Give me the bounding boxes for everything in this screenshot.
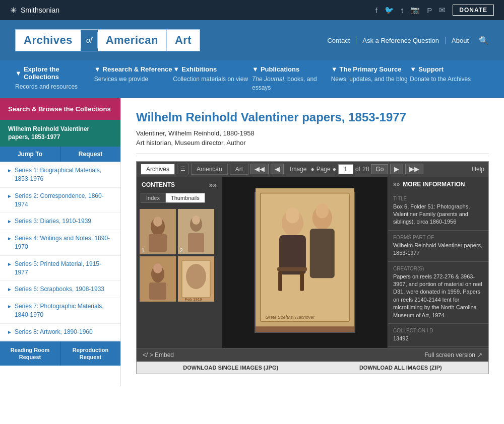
embed-button[interactable]: </ > Embed (143, 351, 174, 359)
thumb-num-2: 2 (180, 248, 183, 253)
nav-support[interactable]: ▼ Support Donate to the Archives (410, 65, 489, 98)
viewer-go-button[interactable]: Go (371, 164, 388, 174)
nav-explore-arrow: ▼ (15, 69, 22, 77)
viewer-page-total: 28 (362, 166, 369, 173)
series-item-7[interactable]: ► Series 7: Photographic Materials, 1840… (0, 298, 120, 324)
nav-primary-source[interactable]: ▼ The Primary Source News, updates, and … (331, 65, 410, 98)
thumbnail-4[interactable]: Feb 1919 (178, 256, 214, 302)
site-header: Archives of American Art Contact Ask a R… (0, 20, 504, 60)
request-button[interactable]: Request (60, 147, 120, 162)
viewer-page-label: Page (317, 166, 331, 173)
series-label-4: Series 4: Writings and Notes, 1890-1970 (15, 234, 113, 251)
series-item-3[interactable]: ► Series 3: Diaries, 1910-1939 (0, 213, 120, 230)
series-arrow-7: ► (7, 303, 12, 310)
viewer-page-dot: ● (310, 166, 314, 173)
main-container: Search & Browse the Collections Wilhelm … (0, 98, 504, 386)
viewer-tab-archives[interactable]: Archives (141, 164, 175, 175)
logo-american[interactable]: American (98, 30, 166, 51)
document-viewer: Archives ☰ American Art ◀◀ ◀ Image ● Pag… (136, 161, 489, 374)
instagram-icon[interactable]: 📷 (410, 6, 420, 15)
thumb-image-2 (178, 209, 214, 254)
series-item-1[interactable]: ► Series 1: Biographical Materials, 1853… (0, 162, 120, 188)
search-icon[interactable]: 🔍 (479, 36, 489, 45)
series-item-2[interactable]: ► Series 2: Correspondence, 1860-1974 (0, 188, 120, 214)
facebook-icon[interactable]: f (375, 6, 377, 15)
viewer-list-icon[interactable]: ☰ (177, 164, 189, 174)
viewer-tab-art[interactable]: Art (230, 164, 248, 175)
reproduction-request-button[interactable]: Reproduction Request (60, 341, 120, 366)
sidebar-bottom-actions: Reading Room Request Reproduction Reques… (0, 341, 120, 366)
thumbnail-1[interactable]: 1 (140, 209, 176, 254)
series-item-4[interactable]: ► Series 4: Writings and Notes, 1890-197… (0, 230, 120, 256)
nav-research-label[interactable]: ▼ Research & Reference (94, 65, 173, 73)
nav-explore-label[interactable]: ▼ Explore the Collections (15, 65, 94, 81)
series-label-8: Series 8: Artwork, 1890-1960 (15, 328, 93, 336)
series-arrow-3: ► (7, 218, 12, 225)
viewer-next-btn[interactable]: ▶ (390, 164, 403, 174)
twitter-icon[interactable]: 🐦 (385, 6, 394, 15)
nav-explore[interactable]: ▼ Explore the Collections Records and re… (15, 65, 94, 98)
nav-support-label[interactable]: ▼ Support (410, 65, 489, 73)
pinterest-icon[interactable]: P (427, 6, 432, 15)
thumbnail-grid: 1 2 (137, 206, 222, 305)
series-label-3: Series 3: Diaries, 1910-1939 (15, 217, 91, 226)
nav-exhibitions-label[interactable]: ▼ Exhibitions (173, 65, 252, 73)
email-icon[interactable]: ✉ (439, 6, 446, 15)
viewer-prev-btn[interactable]: ◀ (271, 164, 284, 174)
sidebar: Search & Browse the Collections Wilhelm … (0, 98, 121, 386)
thumbnail-3[interactable] (140, 256, 176, 302)
svg-point-2 (153, 217, 162, 227)
logo-archives[interactable]: Archives (16, 30, 81, 51)
viewer-page-input[interactable] (338, 164, 353, 174)
meta-role: Art historian, Museum director, Author (136, 139, 489, 147)
nav-publications[interactable]: ▼ Publications The Journal, books, and e… (252, 65, 331, 98)
download-single-link[interactable]: DOWNLOAD SINGLE IMAGES (JPG) (183, 365, 278, 371)
series-label-6: Series 6: Scrapbooks, 1908-1933 (15, 285, 104, 294)
thumb-image-3 (140, 256, 176, 302)
search-browse-button[interactable]: Search & Browse the Collections (0, 98, 120, 120)
contents-tab-thumbnails[interactable]: Thumbnails (165, 193, 205, 203)
contents-collapse-btn[interactable]: »» (209, 181, 217, 189)
nav-primary-arrow: ▼ (331, 65, 338, 73)
series-item-8[interactable]: ► Series 8: Artwork, 1890-1960 (0, 324, 120, 341)
star-icon: ✳ (10, 6, 17, 15)
nav-support-arrow: ▼ (410, 65, 416, 73)
series-arrow-1: ► (7, 167, 12, 174)
svg-point-19 (286, 207, 299, 223)
series-label-7: Series 7: Photographic Materials, 1840-1… (15, 302, 113, 319)
jump-to-button[interactable]: Jump To (0, 147, 60, 162)
contents-tab-index[interactable]: Index (141, 193, 165, 203)
thumb-image-1 (140, 209, 176, 254)
nav-research[interactable]: ▼ Research & Reference Services we provi… (94, 65, 173, 98)
tumblr-icon[interactable]: t (401, 6, 403, 15)
page-title: Wilhelm Reinhold Valentiner papers, 1853… (136, 110, 489, 124)
content-divider (136, 154, 489, 154)
info-expand-icon[interactable]: »» (393, 181, 400, 188)
ask-reference-link[interactable]: Ask a Reference Question (356, 37, 446, 44)
series-item-5[interactable]: ► Series 5: Printed Material, 1915-1977 (0, 256, 120, 281)
fullscreen-button[interactable]: Full screen version ↗ (424, 351, 482, 359)
viewer-tab-american[interactable]: American (191, 164, 228, 175)
about-link[interactable]: About (446, 37, 475, 44)
thumbnail-2[interactable]: 2 (178, 209, 214, 254)
logo-art[interactable]: Art (166, 30, 200, 51)
sidebar-actions: Jump To Request (0, 147, 120, 162)
viewer-contents-panel: CONTENTS »» Index Thumbnails (137, 177, 222, 348)
viewer-help-link[interactable]: Help (472, 166, 484, 173)
nav-primary-label[interactable]: ▼ The Primary Source (331, 65, 410, 73)
svg-text:Feb 1919: Feb 1919 (185, 297, 202, 302)
site-logo[interactable]: Archives of American Art (15, 29, 200, 51)
nav-primary-sub: News, updates, and the blog (331, 75, 410, 84)
svg-text:Grete Soehns, Hannover: Grete Soehns, Hannover (266, 315, 316, 320)
series-item-6[interactable]: ► Series 6: Scrapbooks, 1908-1933 (0, 281, 120, 298)
viewer-first-btn[interactable]: ◀◀ (250, 164, 269, 174)
nav-publications-label[interactable]: ▼ Publications (252, 65, 331, 73)
current-collection: Wilhelm Reinhold Valentiner papers, 1853… (0, 120, 120, 147)
viewer-last-btn[interactable]: ▶▶ (405, 164, 423, 174)
nav-exhibitions[interactable]: ▼ Exhibitions Collection materials on vi… (173, 65, 252, 98)
donate-button[interactable]: DONATE (453, 5, 494, 16)
reading-room-button[interactable]: Reading Room Request (0, 341, 60, 366)
download-all-link[interactable]: DOWNLOAD ALL IMAGES (ZIP) (359, 365, 442, 371)
series-label-5: Series 5: Printed Material, 1915-1977 (15, 260, 113, 277)
contact-link[interactable]: Contact (321, 37, 356, 44)
